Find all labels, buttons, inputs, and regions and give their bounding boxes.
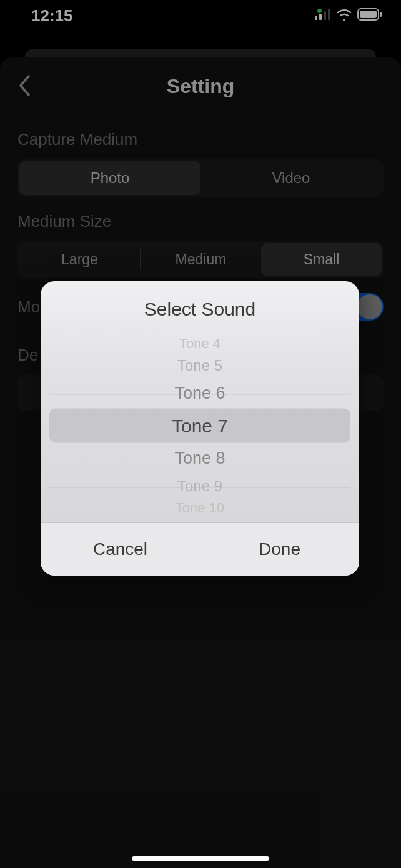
picker-item[interactable]: Tone 8: [49, 443, 350, 474]
picker-item[interactable]: Tone 4: [49, 335, 350, 353]
picker-item[interactable]: Tone 10: [49, 499, 350, 517]
done-button[interactable]: Done: [200, 523, 359, 576]
picker-item[interactable]: Tone 5: [49, 353, 350, 378]
select-sound-dialog: Select Sound Tone 4 Tone 5 Tone 6 Tone 7…: [41, 281, 359, 576]
dialog-button-row: Cancel Done: [41, 522, 359, 576]
sound-picker[interactable]: Tone 4 Tone 5 Tone 6 Tone 7 Tone 8 Tone …: [49, 335, 350, 516]
picker-item-selected[interactable]: Tone 7: [49, 409, 350, 443]
picker-item[interactable]: Tone 9: [49, 474, 350, 499]
cancel-button[interactable]: Cancel: [41, 523, 200, 576]
home-indicator[interactable]: [132, 856, 269, 861]
dialog-title: Select Sound: [41, 281, 359, 335]
picker-items: Tone 4 Tone 5 Tone 6 Tone 7 Tone 8 Tone …: [49, 335, 350, 516]
picker-item[interactable]: Tone 6: [49, 378, 350, 409]
